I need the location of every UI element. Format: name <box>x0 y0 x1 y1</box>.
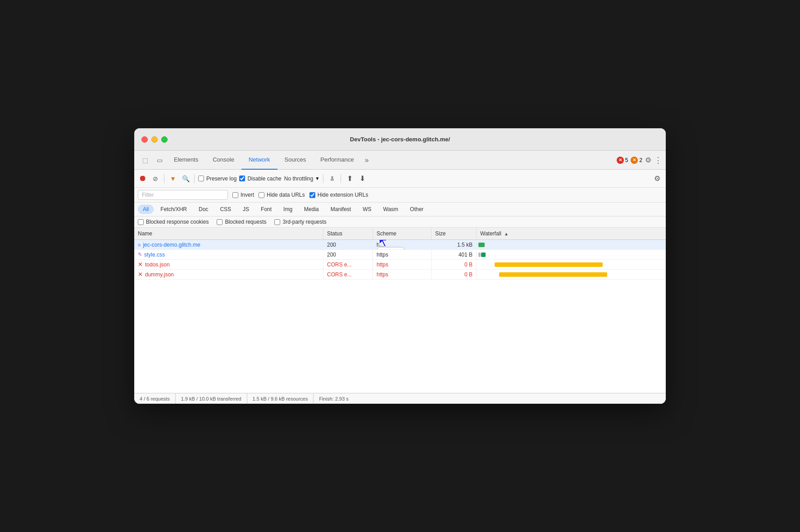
third-party-requests-checkbox[interactable]: 3rd-party requests <box>274 219 326 225</box>
transferred-size: 1.9 kB / 10.0 kB transferred <box>176 393 247 404</box>
more-options-icon[interactable]: ⋮ <box>654 155 662 165</box>
cell-name: ✕ dummy.json <box>134 270 323 279</box>
tab-sources[interactable]: Sources <box>277 151 314 170</box>
devtools-body: ⬚ ▭ Elements Console Network Sources Per… <box>134 151 666 404</box>
waterfall-bar-green <box>481 252 486 257</box>
error-badge-2[interactable]: ✕ 2 <box>631 157 642 164</box>
device-icon[interactable]: ▭ <box>152 153 167 167</box>
download-button[interactable]: ⬇ <box>357 174 367 184</box>
cell-status: 200 <box>323 250 373 259</box>
table-body: ≡ jec-cors-demo.glitch.me 200 h... <box>134 240 666 393</box>
resource-name: ✕ dummy.json <box>138 271 174 278</box>
cell-name: ✕ todos.json <box>134 260 323 269</box>
doc-icon: ≡ <box>138 242 141 248</box>
more-tabs-button[interactable]: » <box>361 156 373 164</box>
maximize-button[interactable] <box>161 136 168 143</box>
hide-extension-urls-checkbox[interactable]: Hide extension URLs <box>309 192 368 198</box>
devtools-window: DevTools - jec-cors-demo.glitch.me/ ⬚ ▭ … <box>134 128 666 404</box>
toolbar-separator-4 <box>341 174 341 183</box>
disable-cache-checkbox[interactable]: Disable cache <box>239 176 281 182</box>
error-icon-red: ✕ <box>617 157 624 164</box>
filter-input[interactable] <box>138 190 228 200</box>
cursor-icon[interactable]: ⬚ <box>138 153 152 167</box>
tabs-bar: ⬚ ▭ Elements Console Network Sources Per… <box>134 151 666 170</box>
table-row[interactable]: ✕ todos.json CORS e... https 0 B <box>134 260 666 270</box>
resources-size: 1.5 kB / 9.6 kB resources <box>247 393 314 404</box>
filter-img[interactable]: Img <box>278 205 297 214</box>
blocked-requests-checkbox[interactable]: Blocked requests <box>217 219 266 225</box>
cell-status: 200 <box>323 240 373 249</box>
filter-all[interactable]: All <box>138 205 154 214</box>
hide-data-urls-checkbox[interactable]: Hide data URLs <box>259 192 305 198</box>
cell-size: 401 B <box>432 250 477 259</box>
cell-size: 1.5 kB <box>432 240 477 249</box>
tab-performance[interactable]: Performance <box>313 151 361 170</box>
settings-icon[interactable]: ⚙ <box>645 156 651 164</box>
titlebar: DevTools - jec-cors-demo.glitch.me/ <box>134 128 666 151</box>
toolbar-separator-2 <box>194 174 195 183</box>
status-bar: 4 / 6 requests 1.9 kB / 10.0 kB transfer… <box>134 393 666 404</box>
header-status[interactable]: Status <box>323 228 373 239</box>
cell-waterfall <box>477 270 666 279</box>
tab-network[interactable]: Network <box>241 151 277 170</box>
sort-icon: ▲ <box>504 231 509 236</box>
table-row[interactable]: ✎ style.css 200 https 401 B <box>134 250 666 260</box>
header-size[interactable]: Size <box>432 228 477 239</box>
table-header: Name Status Scheme Size Waterfall ▲ <box>134 228 666 240</box>
record-button[interactable]: ⏺ <box>138 174 148 184</box>
tab-console[interactable]: Console <box>205 151 241 170</box>
finish-time: Finish: 2.93 s <box>314 393 354 404</box>
cell-name: ≡ jec-cors-demo.glitch.me <box>134 240 323 249</box>
cell-size: 0 B <box>432 270 477 279</box>
filter-media[interactable]: Media <box>299 205 324 214</box>
clear-button[interactable]: ⊘ <box>150 174 160 184</box>
search-button[interactable]: 🔍 <box>181 174 191 184</box>
cell-scheme: h... 200 OK <box>373 240 432 249</box>
cell-waterfall <box>477 240 666 249</box>
filter-manifest[interactable]: Manifest <box>326 205 356 214</box>
filter-fetch-xhr[interactable]: Fetch/XHR <box>155 205 192 214</box>
wifi-icon[interactable]: ⩮ <box>327 174 337 184</box>
close-button[interactable] <box>141 136 148 143</box>
minimize-button[interactable] <box>151 136 158 143</box>
cell-scheme: https <box>373 270 432 279</box>
upload-button[interactable]: ⬆ <box>345 174 355 184</box>
table-row[interactable]: ✕ dummy.json CORS e... https 0 B <box>134 270 666 280</box>
cell-status: CORS e... <box>323 270 373 279</box>
tab-elements[interactable]: Elements <box>167 151 205 170</box>
toolbar-separator-3 <box>323 174 323 183</box>
network-settings-icon[interactable]: ⚙ <box>652 174 662 184</box>
network-toolbar: ⏺ ⊘ ▼ 🔍 Preserve log Disable cache No th… <box>134 170 666 188</box>
header-name[interactable]: Name <box>134 228 323 239</box>
preserve-log-checkbox[interactable]: Preserve log <box>198 176 236 182</box>
filter-css[interactable]: CSS <box>215 205 236 214</box>
tab-right-area: ✕ 5 ✕ 2 ⚙ ⋮ <box>617 155 662 165</box>
blocked-response-cookies-checkbox[interactable]: Blocked response cookies <box>138 219 209 225</box>
error-icon: ✕ <box>138 271 143 278</box>
error-badge-1[interactable]: ✕ 5 <box>617 157 628 164</box>
error-icon-orange: ✕ <box>631 157 638 164</box>
filter-other[interactable]: Other <box>405 205 428 214</box>
table-row[interactable]: ≡ jec-cors-demo.glitch.me 200 h... <box>134 240 666 250</box>
header-scheme[interactable]: Scheme <box>373 228 432 239</box>
invert-checkbox[interactable]: Invert <box>232 192 254 198</box>
throttle-selector[interactable]: No throttling ▼ <box>284 176 320 182</box>
traffic-lights <box>141 136 168 143</box>
resource-name: ✕ todos.json <box>138 261 170 268</box>
filter-doc[interactable]: Doc <box>194 205 213 214</box>
filter-js[interactable]: JS <box>238 205 254 214</box>
filter-wasm[interactable]: Wasm <box>378 205 404 214</box>
waterfall-bar-yellow <box>495 262 603 267</box>
cell-waterfall <box>477 260 666 269</box>
waterfall-bar-yellow <box>499 272 607 277</box>
waterfall-bar <box>478 243 485 247</box>
header-waterfall[interactable]: Waterfall ▲ <box>477 228 666 239</box>
waterfall-bar-gray <box>478 252 481 257</box>
cell-status: CORS e... <box>323 260 373 269</box>
cell-scheme: https <box>373 260 432 269</box>
css-icon: ✎ <box>138 252 142 257</box>
filter-button[interactable]: ▼ <box>168 174 178 184</box>
filter-font[interactable]: Font <box>256 205 277 214</box>
type-filters-row: All Fetch/XHR Doc CSS JS Font Img Media … <box>134 203 666 216</box>
filter-ws[interactable]: WS <box>358 205 376 214</box>
